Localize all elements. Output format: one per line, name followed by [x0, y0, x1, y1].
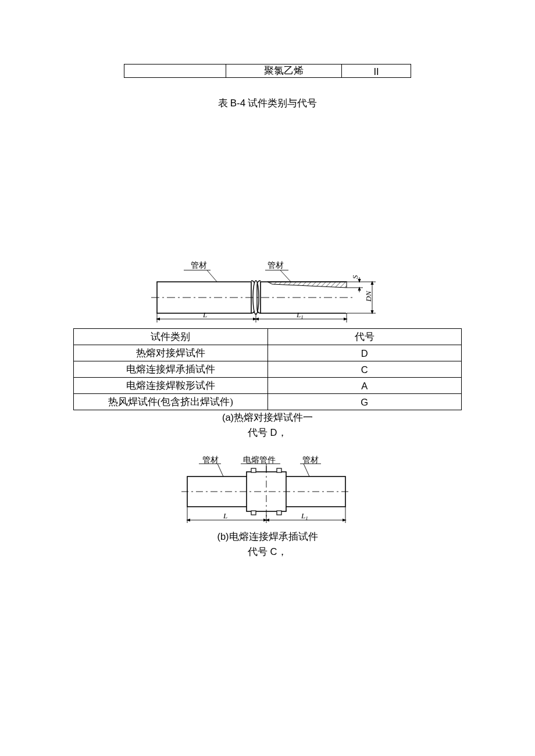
- figure-b-caption: (b)电熔连接焊承插试件: [0, 531, 535, 543]
- caption-post: 试件类别与代号: [245, 98, 317, 109]
- caption-a-code-post: ，: [277, 427, 287, 438]
- specimen-code-cell: G: [268, 394, 462, 410]
- caption-pre: 表: [218, 98, 230, 109]
- svg-line-22: [217, 464, 223, 476]
- specimen-code-cell: D: [268, 345, 462, 361]
- caption-b-prefix: (b): [217, 531, 229, 542]
- svg-line-3: [280, 270, 292, 283]
- caption-b-text: 电熔连接焊承插试件: [229, 531, 318, 542]
- figure-a-svg: 管材 管材: [145, 260, 390, 326]
- table-row: 热熔对接焊试件 D: [74, 345, 462, 361]
- svg-rect-30: [251, 468, 256, 472]
- material-code-cell: II: [342, 65, 411, 78]
- material-table-row: 聚氯乙烯 II: [124, 64, 411, 78]
- fig-a-label-right: 管材: [268, 261, 284, 270]
- caption-b-code: C: [270, 546, 277, 557]
- fig-b-label-mid: 电熔管件: [243, 456, 276, 464]
- table-row: 电熔连接焊鞍形试件 A: [74, 378, 462, 394]
- svg-line-26: [304, 464, 309, 476]
- figure-a-container: 管材 管材: [0, 260, 535, 329]
- fig-a-dim-L: L: [202, 310, 207, 319]
- caption-a-code: D: [270, 427, 277, 438]
- table-header-code: 代号: [268, 329, 462, 345]
- table-b4-caption: 表 B-4 试件类别与代号: [0, 96, 535, 110]
- document-page: 聚氯乙烯 II 表 B-4 试件类别与代号: [0, 0, 535, 558]
- svg-rect-32: [251, 511, 256, 515]
- table-row: 电熔连接焊承插试件 C: [74, 361, 462, 378]
- figure-b-code-line: 代号 C，: [0, 546, 535, 558]
- svg-rect-33: [277, 511, 281, 515]
- fig-a-dim-S: S: [351, 275, 359, 279]
- specimen-code-cell: C: [268, 361, 462, 378]
- specimen-type-cell: 热风焊试件(包含挤出焊试件): [74, 394, 268, 410]
- specimen-code-cell: A: [268, 378, 462, 394]
- fig-b-dim-L: L: [223, 511, 227, 520]
- figure-a-caption: (a)热熔对接焊试件一: [0, 411, 535, 424]
- caption-b-code-post: ，: [277, 546, 287, 557]
- fig-b-label-right: 管材: [302, 456, 319, 464]
- table-header-type: 试件类别: [74, 329, 268, 345]
- fig-a-label-left: 管材: [191, 261, 207, 270]
- caption-a-code-pre: 代号: [248, 427, 270, 438]
- caption-b-code-pre: 代号: [248, 546, 270, 557]
- caption-code: B-4: [230, 98, 245, 109]
- table-row: 热风焊试件(包含挤出焊试件) G: [74, 394, 462, 410]
- fig-b-dim-L1: L1: [301, 511, 308, 521]
- specimen-type-cell: 热熔对接焊试件: [74, 345, 268, 361]
- figure-b-svg: 管材 电熔管件 管材: [174, 452, 361, 526]
- figure-a-code-line: 代号 D，: [0, 427, 535, 439]
- specimen-type-cell: 电熔连接焊承插试件: [74, 361, 268, 378]
- caption-a-prefix: (a): [222, 412, 234, 422]
- caption-a-text: 热熔对接焊试件一: [234, 412, 313, 423]
- svg-rect-31: [277, 468, 281, 472]
- specimen-code-table: 试件类别 代号 热熔对接焊试件 D 电熔连接焊承插试件 C 电熔连接焊鞍形试件 …: [73, 328, 462, 410]
- figure-b-container: 管材 电熔管件 管材: [0, 452, 535, 529]
- specimen-type-cell: 电熔连接焊鞍形试件: [74, 378, 268, 394]
- fig-b-label-left: 管材: [202, 456, 219, 464]
- fig-a-dim-DN: DN: [364, 291, 373, 302]
- material-name-cell: 聚氯乙烯: [226, 65, 342, 78]
- material-blank-cell: [124, 65, 226, 78]
